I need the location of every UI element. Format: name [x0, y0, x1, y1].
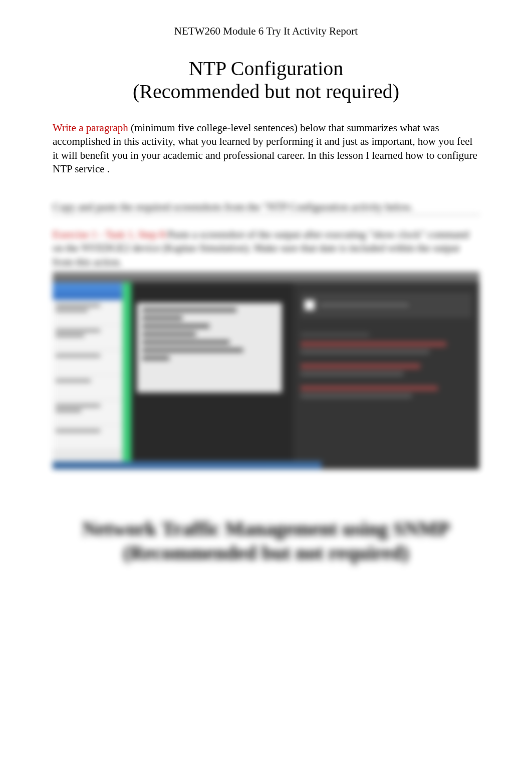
section1-title: NTP Configuration (Recommended but not r…	[53, 58, 479, 104]
screenshot-left-header	[53, 283, 122, 300]
screenshot-left-item	[53, 350, 122, 375]
section2-title: Network Traffic Management using SNMP (R…	[53, 517, 479, 565]
document-page: NETW260 Module 6 Try It Activity Report …	[0, 0, 532, 782]
screenshot-right-panel	[293, 283, 479, 469]
section2-title-line2: (Recommended but not required)	[53, 541, 479, 565]
screenshot-right-block	[301, 333, 472, 398]
screenshot-left-item	[53, 425, 122, 450]
prompt-red-text: Write a paragraph	[53, 122, 128, 134]
screenshot-left-item	[53, 300, 122, 325]
screenshot-terminal	[137, 303, 282, 393]
screenshot-left-item	[53, 375, 122, 400]
section1-title-line1: NTP Configuration	[53, 58, 479, 80]
screenshot-left-item	[53, 325, 122, 350]
screenshot-right-top	[301, 293, 472, 318]
screenshot-green-strip	[124, 283, 131, 469]
screenshot-checkbox	[305, 300, 315, 310]
page-header: NETW260 Module 6 Try It Activity Report	[53, 25, 479, 38]
section2-title-line1: Network Traffic Management using SNMP	[53, 517, 479, 541]
section1-title-line2: (Recommended but not required)	[53, 80, 479, 104]
exercise-red-text: Exercise 1 - Task 1, Step 8:	[53, 228, 168, 240]
screenshot-left-item	[53, 400, 122, 425]
exercise-prompt: Exercise 1 - Task 1, Step 8:Paste a scre…	[53, 228, 479, 269]
screenshot-titlebar	[53, 272, 479, 283]
blurred-content: Copy and paste the required screenshots …	[53, 201, 479, 469]
screenshot-instruction: Copy and paste the required screenshots …	[53, 201, 479, 215]
screenshot-body	[53, 283, 479, 469]
screenshot-taskbar	[53, 461, 322, 469]
screenshot-mid-panel	[123, 283, 293, 469]
embedded-screenshot	[53, 272, 479, 469]
screenshot-left-panel	[53, 283, 123, 469]
paragraph-prompt: Write a paragraph (minimum five college-…	[53, 121, 479, 176]
